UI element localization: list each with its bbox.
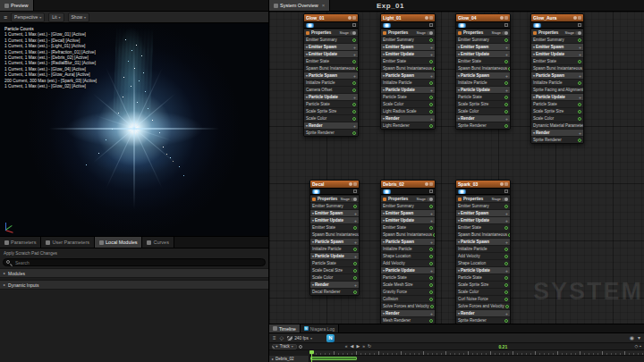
module-scale-sprite-size[interactable]: Scale Sprite Size bbox=[304, 107, 358, 114]
module-sprite-renderer[interactable]: Sprite Renderer bbox=[456, 316, 510, 324]
module-enabled-icon[interactable] bbox=[508, 233, 510, 237]
isolate-icon[interactable] bbox=[573, 16, 577, 20]
stack-group-render[interactable]: ▾Render+ bbox=[381, 114, 435, 122]
module-enabled-icon[interactable] bbox=[353, 269, 357, 273]
module-enabled-icon[interactable] bbox=[578, 103, 581, 106]
module-enabled-icon[interactable] bbox=[504, 81, 508, 85]
module-emitter-state[interactable]: Emitter State bbox=[456, 223, 510, 231]
module-emitter-state[interactable]: Emitter State bbox=[381, 57, 435, 64]
emitter-enabled-checkbox[interactable] bbox=[429, 189, 433, 193]
emitter-enabled-checkbox[interactable] bbox=[429, 23, 433, 27]
tab-curves[interactable]: Curves bbox=[142, 237, 174, 248]
module-emitter-state[interactable]: Emitter State bbox=[310, 223, 359, 231]
perspective-button[interactable]: Perspective ▾ bbox=[11, 13, 45, 22]
emitter-properties-row[interactable]: PropertiesStage bbox=[381, 29, 435, 36]
module-enabled-icon[interactable] bbox=[504, 60, 508, 63]
stack-group-particle-update[interactable]: ▾Particle Update+ bbox=[531, 93, 583, 100]
module-enabled-icon[interactable] bbox=[429, 96, 433, 99]
module-enabled-icon[interactable] bbox=[352, 81, 356, 85]
lit-button[interactable]: Lit ▾ bbox=[48, 13, 64, 22]
tab-preview[interactable]: Preview bbox=[0, 0, 34, 11]
module-spawn-burst-instantaneous[interactable]: Spawn Burst Instantaneous bbox=[381, 231, 435, 238]
module-enabled-icon[interactable] bbox=[429, 38, 433, 42]
add-module-icon[interactable]: + bbox=[353, 45, 356, 50]
add-module-icon[interactable]: + bbox=[579, 73, 581, 79]
module-emitter-state[interactable]: Emitter State bbox=[304, 57, 358, 64]
module-particle-state[interactable]: Particle State bbox=[381, 274, 435, 281]
stack-group-emitter-update[interactable]: ▾Emitter Update+ bbox=[310, 216, 359, 223]
isolate-icon[interactable] bbox=[500, 16, 504, 20]
stack-group-emitter-update[interactable]: ▾Emitter Update+ bbox=[456, 50, 510, 57]
module-dynamic-material-parameters[interactable]: Dynamic Material Parameters bbox=[531, 122, 583, 129]
module-spawn-burst-instantaneous[interactable]: Spawn Burst Instantaneous bbox=[310, 231, 359, 238]
module-shape-location[interactable]: Shape Location bbox=[381, 252, 435, 259]
stage-toggle-icon[interactable] bbox=[427, 31, 433, 35]
module-enabled-icon[interactable] bbox=[504, 262, 508, 265]
stack-group-render[interactable]: ▾Render+ bbox=[456, 114, 510, 122]
stack-group-emitter-spawn[interactable]: ▾Emitter Spawn+ bbox=[456, 209, 510, 216]
stack-group-emitter-update[interactable]: ▾Emitter Update+ bbox=[304, 50, 358, 57]
module-sprite-renderer[interactable]: Sprite Renderer bbox=[456, 122, 510, 129]
module-particle-state[interactable]: Particle State bbox=[381, 93, 435, 100]
tab-niagara-log[interactable]: NNiagara Log bbox=[301, 324, 339, 333]
emitter-node-decal[interactable]: DecalPropertiesStageEmitter Summary▾Emit… bbox=[309, 180, 360, 296]
module-sprite-facing-and-alignment[interactable]: Sprite Facing and Alignment bbox=[531, 86, 583, 93]
emitter-properties-row[interactable]: PropertiesStage bbox=[381, 195, 435, 202]
stack-group-render[interactable]: ▾Render+ bbox=[456, 309, 510, 316]
lock-icon[interactable]: ▪ bbox=[640, 344, 641, 349]
module-enabled-icon[interactable] bbox=[504, 96, 508, 99]
module-particle-state[interactable]: Particle State bbox=[456, 93, 510, 100]
module-enabled-icon[interactable] bbox=[353, 248, 357, 251]
stack-group-emitter-spawn[interactable]: ▾Emitter Spawn+ bbox=[310, 209, 359, 216]
module-enabled-icon[interactable] bbox=[429, 290, 433, 294]
module-sprite-renderer[interactable]: Sprite Renderer bbox=[304, 129, 358, 136]
emitter-node-header[interactable]: Decal bbox=[310, 181, 359, 189]
emitter-properties-row[interactable]: PropertiesStage bbox=[310, 195, 359, 202]
add-module-icon[interactable]: + bbox=[505, 211, 508, 216]
module-enabled-icon[interactable] bbox=[429, 262, 433, 265]
module-enabled-icon[interactable] bbox=[508, 67, 510, 71]
stack-group-particle-update[interactable]: ▾Particle Update+ bbox=[456, 266, 510, 274]
module-add-velocity[interactable]: Add Velocity bbox=[381, 259, 435, 266]
tab-user-parameters[interactable]: User Parameters bbox=[41, 237, 95, 248]
module-spawn-burst-instantaneous[interactable]: Spawn Burst Instantaneous bbox=[531, 64, 583, 72]
add-module-icon[interactable]: + bbox=[430, 218, 433, 223]
emitter-node-debris-02[interactable]: Debris_02PropertiesStageEmitter Summary▾… bbox=[380, 180, 436, 324]
play-icon[interactable]: ▶ bbox=[356, 344, 360, 349]
stack-group-emitter-spawn[interactable]: ▾Emitter Spawn+ bbox=[381, 209, 435, 216]
module-enabled-icon[interactable] bbox=[352, 60, 356, 63]
module-scale-sprite-size[interactable]: Scale Sprite Size bbox=[456, 281, 510, 288]
emitter-node-light-01[interactable]: Light_01PropertiesStageEmitter Summary▾E… bbox=[380, 13, 436, 130]
add-module-icon[interactable]: + bbox=[430, 45, 433, 50]
module-shape-location[interactable]: Shape Location bbox=[456, 259, 510, 266]
capture-icon[interactable] bbox=[429, 182, 433, 186]
module-emitter-summary[interactable]: Emitter Summary bbox=[381, 36, 435, 43]
stage-toggle-icon[interactable] bbox=[427, 198, 433, 201]
add-track-button[interactable]: + Track ▾ bbox=[272, 344, 297, 349]
add-module-icon[interactable]: + bbox=[505, 52, 508, 57]
stack-group-emitter-spawn[interactable]: ▾Emitter Spawn+ bbox=[456, 43, 510, 50]
module-enabled-icon[interactable] bbox=[504, 283, 508, 287]
module-light-radius-scale[interactable]: Light Radius Scale bbox=[381, 107, 435, 114]
emitter-lifetime-bar[interactable] bbox=[310, 357, 357, 360]
module-emitter-summary[interactable]: Emitter Summary bbox=[381, 202, 435, 209]
close-tab-icon[interactable]: × bbox=[322, 3, 326, 8]
module-scale-sprite-size[interactable]: Scale Sprite Size bbox=[531, 107, 583, 114]
preview-viewport[interactable]: Particle Counts 1 Current, 1 Max (est.) … bbox=[0, 23, 268, 236]
stack-group-render[interactable]: ▾Render+ bbox=[531, 129, 583, 136]
module-mesh-renderer[interactable]: Mesh Renderer bbox=[381, 316, 435, 324]
tab-system-overview[interactable]: System Overview × bbox=[269, 0, 330, 11]
emitter-node-header[interactable]: Spark_03 bbox=[456, 181, 510, 189]
stack-group-particle-update[interactable]: ▾Particle Update+ bbox=[456, 86, 510, 93]
apply-scratch-pad-button[interactable]: Apply Scratch Pad Changes bbox=[4, 251, 57, 256]
module-emitter-state[interactable]: Emitter State bbox=[456, 57, 510, 64]
module-enabled-icon[interactable] bbox=[429, 103, 433, 106]
stack-group-particle-update[interactable]: ▾Particle Update+ bbox=[310, 252, 359, 259]
module-enabled-icon[interactable] bbox=[578, 139, 581, 142]
isolate-icon[interactable] bbox=[348, 16, 352, 20]
stage-toggle-icon[interactable] bbox=[575, 31, 581, 35]
stack-group-particle-spawn[interactable]: ▾Particle Spawn+ bbox=[381, 238, 435, 245]
stack-group-render[interactable]: ▾Render+ bbox=[310, 281, 359, 288]
module-gravity-force[interactable]: Gravity Force bbox=[381, 288, 435, 295]
module-scale-color[interactable]: Scale Color bbox=[310, 274, 359, 281]
